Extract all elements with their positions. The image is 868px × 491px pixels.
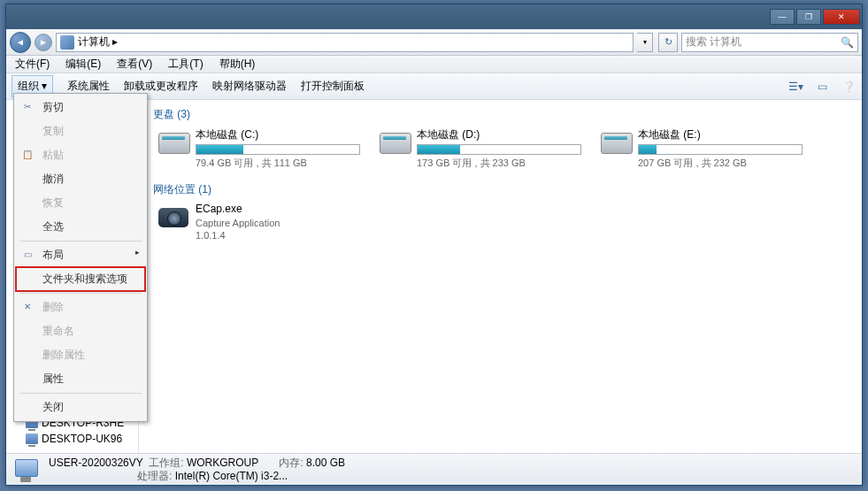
- menu-help[interactable]: 帮助(H): [216, 55, 259, 73]
- minimize-button[interactable]: —: [770, 9, 795, 25]
- menu-item-label: 复制: [42, 125, 64, 137]
- uninstall-button[interactable]: 卸载或更改程序: [124, 79, 198, 94]
- drive-item[interactable]: 本地磁盘 (E:) 207 GB 可用 , 共 232 GB: [599, 127, 803, 170]
- refresh-button[interactable]: ↻: [658, 33, 678, 52]
- hard-disk-icon: [599, 127, 633, 156]
- menu-item-icon: 📋: [21, 148, 34, 160]
- sidebar-network-pc[interactable]: DESKTOP-UK96: [6, 431, 138, 447]
- view-options-icon[interactable]: ☰▾: [787, 79, 803, 95]
- title-bar: — ❐ ✕: [6, 4, 862, 29]
- status-workgroup-label: 工作组:: [149, 456, 183, 469]
- preview-pane-icon[interactable]: ▭: [814, 79, 830, 95]
- control-panel-button[interactable]: 打开控制面板: [301, 79, 365, 94]
- menu-item-文件夹和搜索选项[interactable]: 文件夹和搜索选项: [16, 267, 145, 291]
- nav-bar: ◄ ► 计算机 ▸ ▾ ↻ 搜索 计算机 🔍: [6, 29, 862, 56]
- menu-item-属性[interactable]: 属性: [16, 367, 145, 391]
- drive-usage-bar: [638, 144, 803, 155]
- menu-item-删除: ✕删除: [16, 295, 145, 319]
- menu-item-label: 重命名: [42, 325, 74, 337]
- status-workgroup: WORKGROUP: [187, 456, 258, 469]
- pc-icon: [26, 433, 38, 444]
- menu-item-label: 属性: [42, 372, 64, 385]
- menu-item-关闭[interactable]: 关闭: [16, 395, 145, 419]
- menu-item-label: 撤消: [42, 173, 64, 185]
- menu-item-删除属性: 删除属性: [16, 343, 145, 367]
- search-placeholder: 搜索 计算机: [686, 35, 741, 50]
- menu-item-label: 剪切: [42, 101, 64, 113]
- organize-menu: ✂剪切复制📋粘贴撤消恢复全选▭布局文件夹和搜索选项✕删除重命名删除属性属性关闭: [13, 93, 148, 422]
- drive-item[interactable]: 本地磁盘 (D:) 173 GB 可用 , 共 233 GB: [378, 127, 581, 170]
- drive-name: 本地磁盘 (D:): [417, 127, 581, 142]
- explorer-window: — ❐ ✕ ◄ ► 计算机 ▸ ▾ ↻ 搜索 计算机 🔍 文件(F) 编辑(E)…: [5, 4, 863, 486]
- menu-item-label: 删除属性: [42, 349, 85, 361]
- menu-item-全选[interactable]: 全选: [16, 215, 145, 239]
- drive-free-text: 79.4 GB 可用 , 共 111 GB: [196, 157, 360, 170]
- computer-large-icon: [13, 457, 40, 482]
- menu-item-label: 布局: [42, 249, 64, 261]
- status-memory-label: 内存:: [279, 456, 303, 469]
- menu-item-icon: ▭: [21, 248, 34, 260]
- content-area: 更盘 (3) 本地磁盘 (C:) 79.4 GB 可用 , 共 111 GB 本…: [139, 100, 862, 453]
- net-item-version: 1.0.1.4: [196, 229, 280, 242]
- menu-item-粘贴: 📋粘贴: [16, 143, 145, 167]
- menu-bar: 文件(F) 编辑(E) 查看(V) 工具(T) 帮助(H): [6, 56, 862, 73]
- drive-usage-bar: [196, 144, 360, 155]
- net-item-name: ECap.exe: [196, 203, 280, 217]
- menu-edit[interactable]: 编辑(E): [62, 55, 104, 73]
- computer-icon: [60, 35, 74, 50]
- menu-item-label: 恢复: [42, 196, 64, 209]
- menu-item-label: 文件夹和搜索选项: [42, 272, 127, 285]
- menu-item-撤消[interactable]: 撤消: [16, 167, 145, 191]
- hard-disk-icon: [157, 127, 190, 156]
- menu-item-剪切[interactable]: ✂剪切: [16, 96, 145, 119]
- menu-item-icon: ✂: [21, 100, 34, 112]
- help-icon[interactable]: ❔: [841, 79, 856, 95]
- breadcrumb[interactable]: 计算机 ▸: [78, 35, 118, 50]
- menu-separator: [19, 393, 142, 394]
- menu-tools[interactable]: 工具(T): [165, 55, 206, 73]
- menu-view[interactable]: 查看(V): [113, 55, 156, 73]
- status-cpu: Intel(R) Core(TM) i3-2...: [175, 470, 288, 482]
- drive-free-text: 207 GB 可用 , 共 232 GB: [638, 157, 803, 170]
- close-button[interactable]: ✕: [823, 9, 860, 25]
- camera-icon: [157, 203, 190, 231]
- nav-forward-button[interactable]: ►: [35, 34, 52, 51]
- search-icon: 🔍: [841, 36, 854, 49]
- search-input[interactable]: 搜索 计算机 🔍: [681, 33, 858, 52]
- drive-item[interactable]: 本地磁盘 (C:) 79.4 GB 可用 , 共 111 GB: [157, 127, 360, 170]
- menu-item-label: 删除: [42, 301, 64, 313]
- status-memory: 8.00 GB: [306, 456, 345, 469]
- nav-back-button[interactable]: ◄: [10, 32, 31, 53]
- sidebar-item-label: DESKTOP-UK96: [42, 433, 122, 445]
- menu-item-label: 粘贴: [42, 149, 64, 161]
- menu-item-布局[interactable]: ▭布局: [16, 243, 145, 267]
- address-bar[interactable]: 计算机 ▸: [56, 33, 634, 52]
- menu-item-恢复: 恢复: [16, 191, 145, 215]
- drive-name: 本地磁盘 (C:): [196, 127, 360, 142]
- status-bar: USER-20200326VY 工作组: WORKGROUP 内存: 8.00 …: [6, 453, 862, 485]
- network-item[interactable]: ECap.exe Capture Application 1.0.1.4: [150, 203, 851, 242]
- drive-free-text: 173 GB 可用 , 共 233 GB: [417, 157, 581, 170]
- hard-disk-icon: [378, 127, 411, 156]
- menu-item-label: 关闭: [42, 401, 64, 413]
- menu-separator: [19, 293, 142, 294]
- menu-item-复制: 复制: [16, 119, 145, 143]
- menu-item-label: 全选: [42, 220, 64, 233]
- net-item-desc: Capture Application: [196, 217, 280, 229]
- menu-file[interactable]: 文件(F): [12, 55, 53, 73]
- address-dropdown[interactable]: ▾: [637, 33, 653, 52]
- status-computer-name: USER-20200326VY: [49, 456, 143, 469]
- hard-disks-header[interactable]: 更盘 (3): [150, 107, 851, 122]
- status-cpu-label: 处理器:: [137, 470, 172, 482]
- menu-item-重命名: 重命名: [16, 319, 145, 343]
- drive-name: 本地磁盘 (E:): [638, 127, 803, 142]
- network-location-header[interactable]: 网络位置 (1): [150, 182, 851, 197]
- system-properties-button[interactable]: 系统属性: [67, 79, 110, 94]
- maximize-button[interactable]: ❐: [796, 9, 821, 25]
- drive-usage-bar: [417, 144, 581, 155]
- map-drive-button[interactable]: 映射网络驱动器: [212, 79, 287, 94]
- menu-item-icon: ✕: [21, 300, 34, 312]
- menu-separator: [19, 241, 142, 242]
